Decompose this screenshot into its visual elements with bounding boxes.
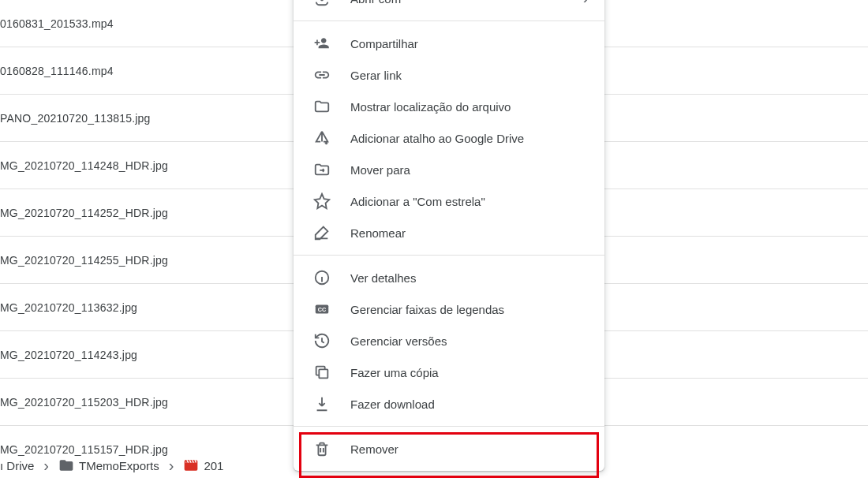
- file-name: 0160828_111146.mp4: [0, 65, 114, 77]
- link-icon: [312, 65, 331, 84]
- cc-icon: CC: [312, 300, 331, 319]
- history-icon: [312, 331, 331, 350]
- file-name: MG_20210720_114243.jpg: [0, 349, 137, 361]
- breadcrumb-root[interactable]: ı Drive: [0, 459, 34, 472]
- menu-move-to[interactable]: Mover para: [294, 154, 604, 185]
- menu-captions[interactable]: CC Gerenciar faixas de legendas: [294, 293, 604, 325]
- menu-copy[interactable]: Fazer uma cópia: [294, 356, 604, 388]
- menu-get-link[interactable]: Gerar link: [294, 59, 604, 91]
- rename-icon: [312, 223, 331, 242]
- menu-label: Compartilhar: [350, 37, 418, 50]
- file-name: MG_20210720_114255_HDR.jpg: [0, 254, 168, 267]
- video-icon: [183, 457, 199, 473]
- menu-label: Adicionar a "Com estrela": [350, 195, 485, 208]
- person-add-icon: [312, 34, 331, 53]
- context-menu: Abrir com › Compartilhar Gerar link Most…: [294, 0, 604, 471]
- menu-download[interactable]: Fazer download: [294, 388, 604, 420]
- menu-separator: [294, 21, 604, 21]
- file-name: MG_20210720_115203_HDR.jpg: [0, 396, 168, 409]
- download-icon: [312, 394, 331, 413]
- svg-text:CC: CC: [318, 306, 327, 313]
- menu-label: Remover: [350, 442, 398, 456]
- menu-add-star[interactable]: Adicionar a "Com estrela": [294, 185, 604, 217]
- file-name: PANO_20210720_113815.jpg: [0, 112, 151, 125]
- breadcrumb: ı Drive › TMemoExports › 201: [0, 446, 223, 484]
- menu-label: Abrir com: [350, 0, 401, 6]
- menu-label: Gerenciar versões: [350, 334, 447, 348]
- menu-label: Gerenciar faixas de legendas: [350, 303, 504, 316]
- menu-label: Ver detalhes: [350, 271, 416, 285]
- menu-label: Fazer uma cópia: [350, 366, 439, 379]
- chevron-right-icon: ›: [583, 0, 589, 9]
- breadcrumb-folder[interactable]: TMemoExports: [79, 459, 159, 472]
- trash-icon: [312, 439, 331, 458]
- menu-rename[interactable]: Renomear: [294, 217, 604, 248]
- menu-details[interactable]: Ver detalhes: [294, 262, 604, 293]
- star-icon: [312, 192, 331, 211]
- folder-icon: [312, 97, 331, 116]
- menu-separator: [294, 255, 604, 256]
- menu-label: Renomear: [350, 226, 406, 240]
- menu-add-shortcut[interactable]: Adicionar atalho ao Google Drive: [294, 122, 604, 154]
- menu-label: Fazer download: [350, 398, 435, 411]
- menu-label: Gerar link: [350, 69, 402, 82]
- file-name: MG_20210720_114248_HDR.jpg: [0, 159, 168, 172]
- menu-show-location[interactable]: Mostrar localização do arquivo: [294, 91, 604, 122]
- menu-versions[interactable]: Gerenciar versões: [294, 325, 604, 356]
- chevron-right-icon: ›: [164, 457, 179, 475]
- open-with-icon: [312, 0, 331, 8]
- breadcrumb-current[interactable]: 201: [204, 459, 223, 472]
- menu-label: Mostrar localização do arquivo: [350, 100, 511, 114]
- menu-separator: [294, 426, 604, 427]
- file-name: MG_20210720_113632.jpg: [0, 301, 137, 314]
- menu-label: Mover para: [350, 163, 410, 177]
- file-name: 0160831_201533.mp4: [0, 17, 114, 30]
- move-to-icon: [312, 160, 331, 179]
- svg-rect-3: [319, 369, 327, 378]
- menu-label: Adicionar atalho ao Google Drive: [350, 132, 524, 145]
- drive-shortcut-icon: [312, 129, 331, 147]
- menu-remove[interactable]: Remover: [294, 433, 604, 465]
- chevron-right-icon: ›: [39, 457, 54, 475]
- folder-icon: [58, 457, 74, 473]
- copy-icon: [312, 363, 331, 382]
- menu-share[interactable]: Compartilhar: [294, 28, 604, 59]
- info-icon: [312, 268, 331, 287]
- menu-open-with[interactable]: Abrir com ›: [294, 0, 604, 14]
- file-name: MG_20210720_114252_HDR.jpg: [0, 207, 168, 219]
